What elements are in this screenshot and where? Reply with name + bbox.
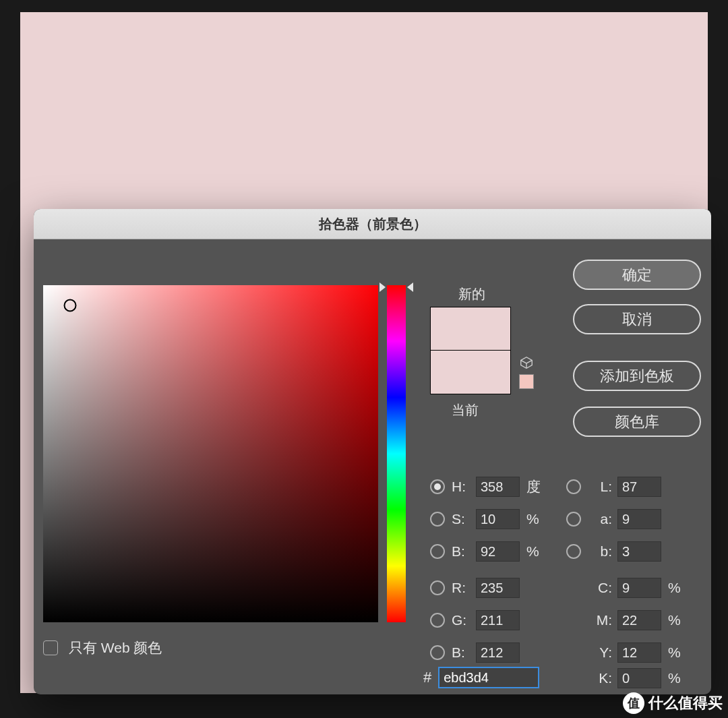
ok-label: 确定	[622, 265, 652, 285]
radio-b[interactable]	[430, 645, 445, 660]
label-sat: S:	[452, 511, 476, 527]
input-k[interactable]	[617, 668, 661, 688]
dialog-title: 拾色器（前景色）	[34, 209, 711, 239]
lib-label: 颜色库	[615, 412, 659, 432]
radio-g[interactable]	[430, 613, 445, 628]
label-k: K:	[588, 670, 612, 686]
row-y: Y: %	[566, 641, 681, 664]
input-lab-b[interactable]	[617, 541, 661, 562]
cancel-label: 取消	[622, 309, 652, 330]
row-a: a:	[566, 508, 661, 531]
input-hue[interactable]	[476, 477, 520, 497]
row-sat: S: %	[430, 508, 539, 531]
label-lab-b: b:	[588, 543, 612, 560]
swatch-new-color[interactable]	[430, 307, 511, 351]
watermark-text: 什么值得买	[648, 693, 723, 713]
label-a: a:	[588, 511, 612, 527]
radio-a[interactable]	[566, 512, 581, 527]
label-c: C:	[588, 580, 612, 596]
color-libraries-button[interactable]: 颜色库	[573, 407, 701, 437]
hue-slider[interactable]	[387, 285, 406, 622]
radio-L[interactable]	[566, 479, 581, 494]
row-k: K: %	[566, 667, 681, 690]
label-hue: H:	[452, 479, 476, 495]
row-lab-b: b:	[566, 540, 661, 563]
row-hue: H: 度	[430, 475, 541, 498]
input-L[interactable]	[617, 477, 661, 497]
ok-button[interactable]: 确定	[573, 260, 701, 290]
radio-bri[interactable]	[430, 544, 445, 559]
radio-r[interactable]	[430, 580, 445, 595]
input-r[interactable]	[476, 578, 520, 598]
row-r: R:	[430, 576, 520, 599]
row-b: B:	[430, 641, 520, 664]
unit-y: %	[668, 645, 681, 661]
gamut-warning-icon[interactable]	[519, 355, 534, 370]
row-bri: B: %	[430, 540, 539, 563]
unit-c: %	[668, 580, 681, 596]
label-m: M:	[588, 612, 612, 628]
watermark-badge: 值	[623, 692, 644, 714]
hue-thumb-right[interactable]	[407, 282, 413, 292]
color-marker[interactable]	[64, 299, 77, 312]
label-y: Y:	[588, 645, 612, 661]
web-only-checkbox[interactable]	[43, 640, 58, 655]
unit-bri: %	[526, 543, 539, 560]
title-text: 拾色器（前景色）	[319, 215, 427, 233]
unit-k: %	[668, 670, 681, 686]
label-r: R:	[452, 580, 476, 596]
saturation-value-field[interactable]	[43, 285, 378, 622]
radio-sat[interactable]	[430, 512, 445, 527]
websafe-color-swatch[interactable]	[519, 374, 534, 389]
watermark: 值 什么值得买	[623, 692, 723, 714]
label-bri: B:	[452, 543, 476, 560]
row-g: G:	[430, 609, 520, 632]
input-c[interactable]	[617, 578, 661, 598]
radio-hue[interactable]	[430, 479, 445, 494]
label-current: 当前	[452, 401, 479, 419]
web-only-row: 只有 Web 颜色	[43, 638, 162, 657]
label-b: B:	[452, 645, 476, 661]
add-to-swatches-button[interactable]: 添加到色板	[573, 361, 701, 391]
dialog-body: 新的 当前 确定 取消 添加到色板 颜色库 H: 度 S:	[34, 239, 711, 694]
input-a[interactable]	[617, 509, 661, 529]
input-sat[interactable]	[476, 509, 520, 529]
input-y[interactable]	[617, 642, 661, 663]
input-g[interactable]	[476, 610, 520, 630]
swatch-current-color[interactable]	[430, 351, 511, 394]
add-label: 添加到色板	[600, 366, 674, 386]
unit-sat: %	[526, 511, 539, 527]
radio-lab-b[interactable]	[566, 544, 581, 559]
label-g: G:	[452, 612, 476, 628]
unit-m: %	[668, 612, 681, 628]
unit-hue: 度	[526, 477, 541, 496]
row-c: C: %	[566, 576, 681, 599]
input-m[interactable]	[617, 610, 661, 630]
input-hex[interactable]	[438, 667, 539, 688]
input-b[interactable]	[476, 642, 520, 663]
hue-thumb-left[interactable]	[380, 282, 386, 292]
input-bri[interactable]	[476, 541, 520, 562]
label-new: 新的	[458, 285, 485, 303]
row-hex: #	[423, 667, 539, 688]
web-only-label: 只有 Web 颜色	[69, 638, 162, 657]
row-m: M: %	[566, 609, 681, 632]
hex-label: #	[423, 669, 431, 686]
cancel-button[interactable]: 取消	[573, 304, 701, 334]
label-L: L:	[588, 479, 612, 495]
row-L: L:	[566, 475, 661, 498]
color-picker-dialog: 拾色器（前景色） 新的 当前 确定 取消 添加到色板 颜色库	[34, 209, 711, 694]
